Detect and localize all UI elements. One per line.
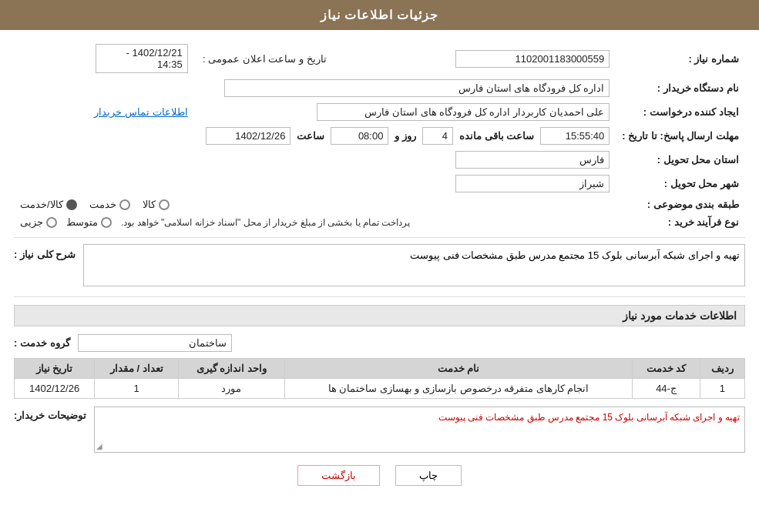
row-category: طبقه بندی موضوعی : کالا/خدمت خدمت کالا: [14, 196, 745, 213]
reply-days-field: 4: [422, 127, 453, 145]
row-buyer-org: نام دستگاه خریدار : اداره کل فرودگاه های…: [14, 76, 745, 100]
row-city: شهر محل تحویل : شیراز: [14, 172, 745, 196]
cell-qty: 1: [95, 379, 179, 399]
process-type-label: نوع فرآیند خرید :: [616, 213, 745, 231]
contact-link[interactable]: اطلاعات تماس خریدار: [94, 106, 187, 118]
service-group-label: گروه خدمت :: [14, 337, 70, 349]
creator-value: علی احمدیان کاربردار اداره کل فرودگاه ها…: [194, 100, 616, 124]
divider-1: [14, 237, 745, 238]
process-radio-jozei: [46, 217, 57, 228]
col-header-row: ردیف: [700, 359, 744, 379]
category-label-khedmat: خدمت: [89, 199, 116, 210]
services-table: ردیف کد خدمت نام خدمت واحد اندازه گیری ت…: [14, 358, 745, 399]
general-desc-textarea[interactable]: تهیه و اجرای شبکه آبرسانی بلوک 15 مجتمع …: [83, 244, 745, 286]
general-description-row: شرح کلی نیاز : تهیه و اجرای شبکه آبرسانی…: [14, 244, 745, 289]
cell-name: انجام کارهای متفرقه درخصوص بازسازی و بهس…: [284, 379, 633, 399]
creator-field: علی احمدیان کاربردار اداره کل فرودگاه ها…: [317, 103, 610, 121]
main-info-table: شماره نیاز : 1102001183000559 تاریخ و سا…: [14, 41, 745, 231]
buttons-row: چاپ بازگشت: [14, 465, 745, 486]
print-button[interactable]: چاپ: [395, 465, 462, 486]
buyer-org-value: اداره کل فرودگاه های استان فارس: [14, 76, 616, 100]
services-section: اطلاعات خدمات مورد نیاز گروه خدمت : ساخت…: [14, 305, 745, 399]
process-label-jozei: جزیی: [20, 216, 43, 228]
category-options: کالا/خدمت خدمت کالا: [14, 196, 616, 213]
category-label-kala-khedmat: کالا/خدمت: [20, 199, 63, 210]
service-group-row: گروه خدمت : ساختمان: [14, 334, 745, 352]
services-table-header: ردیف کد خدمت نام خدمت واحد اندازه گیری ت…: [15, 359, 745, 379]
contact-link-cell: اطلاعات تماس خریدار: [14, 100, 194, 124]
cell-row-num: 1: [700, 379, 744, 399]
city-value: شیراز: [14, 172, 616, 196]
buyer-notes-area: توضیحات خریدار: تهیه و اجرای شبکه آبرسان…: [14, 407, 745, 453]
col-header-unit: واحد اندازه گیری: [179, 359, 284, 379]
category-label-kala: کالا: [143, 199, 156, 210]
province-value: فارس: [14, 148, 616, 172]
buyer-org-field: اداره کل فرودگاه های استان فارس: [224, 79, 610, 97]
divider-2: [14, 296, 745, 297]
reply-date-field: 1402/12/26: [206, 127, 291, 145]
table-row: 1 ج-44 انجام کارهای متفرقه درخصوص بازساز…: [15, 379, 745, 399]
reply-deadline-label: مهلت ارسال پاسخ: تا تاریخ :: [616, 124, 745, 148]
need-number-value: 1102001183000559: [333, 41, 616, 76]
reply-time-label: ساعت: [297, 130, 324, 142]
category-radio-khedmat: [119, 199, 130, 210]
creator-label: ایجاد کننده درخواست :: [616, 100, 745, 124]
col-header-qty: تعداد / مقدار: [95, 359, 179, 379]
row-need-number: شماره نیاز : 1102001183000559 تاریخ و سا…: [14, 41, 745, 76]
reply-time-field: 08:00: [331, 127, 388, 145]
category-radio-kala-khedmat: [66, 199, 77, 210]
services-table-body: 1 ج-44 انجام کارهای متفرقه درخصوص بازساز…: [15, 379, 745, 399]
category-option-kala-khedmat[interactable]: کالا/خدمت: [20, 199, 77, 210]
category-option-khedmat[interactable]: خدمت: [89, 199, 130, 210]
city-field: شیراز: [455, 175, 610, 192]
process-option-motavasset[interactable]: متوسط: [66, 216, 112, 228]
row-reply-deadline: مهلت ارسال پاسخ: تا تاریخ : 1402/12/26 س…: [14, 124, 745, 148]
process-note: پرداخت تمام یا بخشی از مبلغ خریدار از مح…: [121, 217, 410, 228]
reply-remain-time-field: 15:55:40: [540, 127, 610, 145]
announcement-label: تاریخ و ساعت اعلان عمومی :: [194, 41, 333, 76]
reply-deadline-values: 1402/12/26 ساعت 08:00 روز و 4 ساعت باقی …: [14, 124, 616, 148]
service-group-field: ساختمان: [78, 334, 232, 352]
services-section-title: اطلاعات خدمات مورد نیاز: [14, 305, 745, 326]
col-header-code: کد خدمت: [633, 359, 700, 379]
buyer-org-label: نام دستگاه خریدار :: [616, 76, 745, 100]
reply-remain-label: ساعت باقی مانده: [459, 130, 534, 142]
province-field: فارس: [455, 151, 610, 169]
cell-code: ج-44: [633, 379, 700, 399]
page-title: جزئیات اطلاعات نیاز: [321, 8, 439, 22]
process-radio-motavasset: [101, 217, 112, 228]
services-header-row: ردیف کد خدمت نام خدمت واحد اندازه گیری ت…: [15, 359, 745, 379]
page-header: جزئیات اطلاعات نیاز: [0, 0, 759, 30]
general-desc-box: تهیه و اجرای شبکه آبرسانی بلوک 15 مجتمع …: [83, 244, 745, 289]
city-label: شهر محل تحویل :: [616, 172, 745, 196]
cell-date: 1402/12/26: [15, 379, 95, 399]
general-desc-label: شرح کلی نیاز :: [14, 244, 76, 260]
row-province: استان محل تحویل : فارس: [14, 148, 745, 172]
content-area: شماره نیاز : 1102001183000559 تاریخ و سا…: [0, 30, 759, 504]
announcement-field: 1402/12/21 - 14:35: [96, 44, 188, 73]
process-option-jozei[interactable]: جزیی: [20, 216, 57, 228]
process-type-area: جزیی متوسط پرداخت تمام یا بخشی از مبلغ خ…: [14, 213, 616, 231]
province-label: استان محل تحویل :: [616, 148, 745, 172]
category-option-kala[interactable]: کالا: [143, 199, 170, 210]
buyer-notes-box: تهیه و اجرای شبکه آبرسانی بلوک 15 مجتمع …: [94, 407, 745, 453]
row-process-type: نوع فرآیند خرید : جزیی متوسط پرداخت تمام…: [14, 213, 745, 231]
col-header-name: نام خدمت: [284, 359, 633, 379]
page-container: جزئیات اطلاعات نیاز شماره نیاز : 1102001…: [0, 0, 759, 532]
buyer-notes-label: توضیحات خریدار:: [14, 407, 86, 421]
reply-day-label: روز و: [395, 130, 416, 142]
col-header-date: تاریخ نیاز: [15, 359, 95, 379]
need-number-field: 1102001183000559: [455, 50, 610, 68]
cell-unit: مورد: [179, 379, 284, 399]
process-label-motavasset: متوسط: [66, 216, 98, 228]
category-label: طبقه بندی موضوعی :: [616, 196, 745, 213]
announcement-value: 1402/12/21 - 14:35: [14, 41, 194, 76]
resize-handle: ◢: [96, 442, 102, 450]
need-number-label: شماره نیاز :: [616, 41, 745, 76]
buyer-notes-value: تهیه و اجرای شبکه آبرسانی بلوک 15 مجتمع …: [438, 412, 740, 423]
back-button[interactable]: بازگشت: [297, 465, 380, 486]
category-radio-kala: [159, 199, 170, 210]
row-creator: ایجاد کننده درخواست : علی احمدیان کاربرد…: [14, 100, 745, 124]
